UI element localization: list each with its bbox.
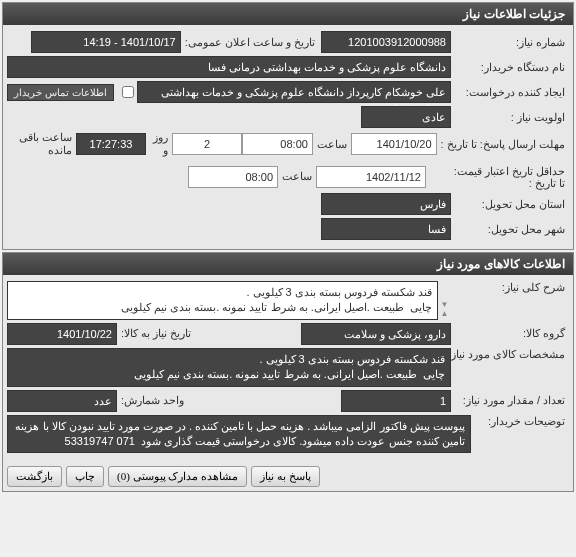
- contact-checkbox[interactable]: [122, 86, 134, 98]
- label-city: شهر محل تحویل:: [451, 223, 569, 236]
- panel-header-2: اطلاعات کالاهای مورد نیاز: [3, 253, 573, 275]
- scroll-indicator-icon: ▲▼: [438, 281, 451, 320]
- label-general-desc: شرح کلی نیاز:: [451, 281, 569, 294]
- need-details-panel: جزئیات اطلاعات نیاز شماره نیاز: 12010039…: [2, 2, 574, 250]
- back-button[interactable]: بازگشت: [7, 466, 62, 487]
- view-attachments-button[interactable]: مشاهده مدارک پیوستی (0): [108, 466, 247, 487]
- contact-info-button[interactable]: اطلاعات تماس خریدار: [7, 84, 114, 101]
- field-need-date: 1401/10/22: [7, 323, 117, 345]
- action-row: پاسخ به نیاز مشاهده مدارک پیوستی (0) چاپ…: [3, 462, 573, 491]
- field-date2: 1402/11/12: [316, 166, 426, 188]
- label-remain: ساعت باقی مانده: [7, 131, 76, 157]
- field-buyer-org: دانشگاه علوم پزشکی و خدمات بهداشتی درمان…: [7, 56, 451, 78]
- label-need-date: تاریخ نیاز به کالا:: [117, 327, 195, 340]
- label-time2: ساعت: [278, 170, 316, 183]
- label-province: استان محل تحویل:: [451, 198, 569, 211]
- label-qty: تعداد / مقدار مورد نیاز:: [451, 394, 569, 407]
- field-qty: 1: [341, 390, 451, 412]
- label-buyer-org: نام دستگاه خریدار:: [451, 61, 569, 74]
- field-province: فارس: [321, 193, 451, 215]
- label-time1: ساعت: [313, 138, 351, 151]
- field-priority: عادی: [361, 106, 451, 128]
- reply-button[interactable]: پاسخ به نیاز: [251, 466, 320, 487]
- label-priority: اولویت نیاز :: [451, 111, 569, 124]
- field-goods-spec[interactable]: [7, 348, 451, 387]
- goods-info-panel: اطلاعات کالاهای مورد نیاز شرح کلی نیاز: …: [2, 252, 574, 492]
- field-creator: علی خوشکام کارپرداز دانشگاه علوم پزشکی و…: [137, 81, 451, 103]
- label-announce-dt: تاریخ و ساعت اعلان عمومی:: [181, 36, 321, 49]
- label-buyer-notes: توضیحات خریدار:: [471, 415, 569, 428]
- field-general-desc[interactable]: [7, 281, 438, 320]
- field-time1: 08:00: [242, 133, 313, 155]
- form-body-1: شماره نیاز: 1201003912000988 تاریخ و ساع…: [3, 25, 573, 249]
- label-creator: ایجاد کننده درخواست:: [451, 86, 569, 99]
- panel-header-1: جزئیات اطلاعات نیاز: [3, 3, 573, 25]
- field-city: فسا: [321, 218, 451, 240]
- label-request-no: شماره نیاز:: [451, 36, 569, 49]
- field-date1: 1401/10/20: [351, 133, 437, 155]
- field-unit: عدد: [7, 390, 117, 412]
- field-time2: 08:00: [188, 166, 278, 188]
- label-to-date: تا تاریخ :: [426, 163, 569, 190]
- label-goods-spec: مشخصات کالای مورد نیاز:: [451, 348, 569, 361]
- field-request-no: 1201003912000988: [321, 31, 451, 53]
- print-button[interactable]: چاپ: [66, 466, 104, 487]
- field-goods-group: دارو، پزشکی و سلامت: [301, 323, 451, 345]
- label-deadline: مهلت ارسال پاسخ: تا تاریخ :: [437, 138, 569, 151]
- label-unit: واحد شمارش:: [117, 394, 188, 407]
- field-countdown: 17:27:33: [76, 133, 147, 155]
- field-announce-dt: 1401/10/17 - 14:19: [31, 31, 181, 53]
- label-goods-group: گروه کالا:: [451, 327, 569, 340]
- field-days: 2: [172, 133, 243, 155]
- form-body-2: شرح کلی نیاز: ▲▼ گروه کالا: دارو، پزشکی …: [3, 275, 573, 462]
- field-buyer-notes[interactable]: [7, 415, 471, 454]
- label-day: روز و: [146, 131, 171, 157]
